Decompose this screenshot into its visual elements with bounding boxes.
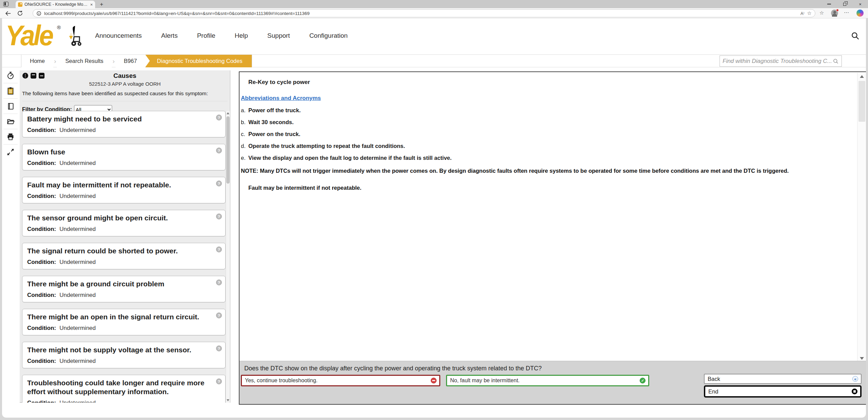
profile-avatar[interactable]: [831, 10, 838, 17]
cause-card[interactable]: Battery might need to be serviced ? Cond…: [22, 111, 226, 137]
cause-card[interactable]: The signal return could be shorted to po…: [22, 243, 226, 269]
rail-divider: [3, 129, 18, 129]
breadcrumb: Home › Search Results › B967 Diagnostic …: [21, 55, 252, 67]
stop-icon: [852, 389, 857, 394]
favorites-bar-icon[interactable]: ☆: [819, 10, 824, 16]
cause-card[interactable]: Blown fuse ? Condition:Undetermined: [22, 144, 226, 170]
refresh-icon[interactable]: [16, 10, 24, 17]
cause-card[interactable]: There might be an open in the signal ret…: [22, 309, 226, 335]
causes-panel: ⋮ Causes 522512-3 APP A voltage OORH The…: [20, 70, 230, 403]
help-icon[interactable]: ?: [216, 346, 222, 351]
cause-title: Troubleshooting could take longer and re…: [27, 379, 212, 396]
document-scrollbar[interactable]: [857, 73, 866, 362]
help-icon[interactable]: ?: [216, 247, 222, 252]
tab-actions-icon[interactable]: [3, 2, 8, 6]
answer-yes-button[interactable]: Yes, continue troubleshooting.: [241, 375, 440, 386]
crumb-search-results[interactable]: Search Results: [57, 55, 112, 67]
nav-alerts[interactable]: Alerts: [161, 32, 178, 39]
find-within-box[interactable]: [720, 55, 842, 67]
browser-titlebar: ONeSOURCE - Knowledge Model × + ×: [0, 0, 868, 8]
procedure-step: d. Operate the truck attempting to repea…: [241, 142, 853, 149]
app-card: Yale ® Announcements Alerts Profile Help…: [2, 18, 866, 418]
deny-icon: [431, 378, 437, 384]
copilot-icon[interactable]: [856, 10, 864, 17]
condition-row: Condition:Undetermined: [27, 160, 212, 167]
help-icon[interactable]: ?: [216, 379, 222, 384]
rail-divider: [3, 98, 18, 99]
procedure-step: e. View the display and open the fault l…: [241, 154, 853, 161]
registered-mark: ®: [57, 24, 61, 30]
forklift-icon: [61, 24, 83, 48]
find-within-input[interactable]: [723, 58, 833, 65]
url-input[interactable]: [44, 11, 798, 16]
tool-rail: [2, 70, 19, 405]
printer-icon[interactable]: [2, 132, 19, 142]
panel-window-icon[interactable]: [31, 73, 36, 79]
back-icon[interactable]: [4, 10, 12, 17]
help-icon[interactable]: ?: [216, 181, 222, 186]
question-bar: Does the DTC show on the display after c…: [240, 361, 866, 404]
help-icon[interactable]: ?: [216, 313, 222, 318]
browser-tab[interactable]: ONeSOURCE - Knowledge Model ×: [16, 1, 95, 8]
global-search-icon[interactable]: [851, 31, 860, 41]
collapse-panel-icon[interactable]: [39, 73, 45, 79]
window-close-button[interactable]: ×: [852, 0, 868, 8]
crumb-b967[interactable]: B967: [116, 55, 146, 67]
scroll-down-icon[interactable]: [227, 399, 229, 401]
screen: ONeSOURCE - Knowledge Model × + × A⁾ ☆ ☆…: [0, 0, 868, 420]
address-bar[interactable]: A⁾ ☆: [33, 9, 815, 17]
tab-close-icon[interactable]: ×: [90, 2, 93, 7]
cause-card[interactable]: The sensor ground might be open circuit.…: [22, 210, 226, 236]
rail-divider: [3, 144, 18, 145]
chevron-right-icon: ›: [112, 55, 115, 67]
cause-card[interactable]: There might be a ground circuit problem …: [22, 276, 226, 302]
scroll-up-icon[interactable]: [860, 75, 864, 78]
nav-support[interactable]: Support: [267, 32, 290, 39]
notification-dot: [836, 9, 839, 12]
cause-title: There might be a ground circuit problem: [27, 280, 212, 288]
window-restore-button[interactable]: [837, 0, 852, 8]
cause-card[interactable]: Troubleshooting could take longer and re…: [22, 375, 226, 403]
read-aloud-icon[interactable]: A⁾: [800, 11, 804, 16]
search-icon[interactable]: [833, 58, 839, 64]
crumb-home[interactable]: Home: [21, 55, 53, 67]
browser-menu-icon[interactable]: ⋯: [844, 10, 849, 16]
causes-scrollbar[interactable]: [226, 111, 230, 403]
condition-row: Condition:Undetermined: [27, 358, 212, 365]
check-icon: ✓: [640, 378, 645, 384]
stopwatch-icon[interactable]: [2, 70, 19, 81]
book-icon[interactable]: [2, 101, 19, 111]
nav-profile[interactable]: Profile: [197, 32, 215, 39]
condition-row: Condition:Undetermined: [27, 292, 212, 299]
scroll-down-icon[interactable]: [860, 357, 864, 360]
scroll-up-icon[interactable]: [227, 112, 229, 114]
info-icon[interactable]: ⋮: [22, 73, 28, 79]
help-icon[interactable]: ?: [216, 115, 222, 120]
cause-card[interactable]: There might not be supply voltage at the…: [22, 342, 226, 368]
expand-icon[interactable]: [2, 147, 19, 157]
cause-card[interactable]: Fault may be intermittent if not repeata…: [22, 177, 226, 203]
help-icon[interactable]: ?: [216, 148, 222, 153]
crumb-diagnostic-codes[interactable]: Diagnostic Troubleshooting Codes: [145, 55, 252, 67]
nav-announcements[interactable]: Announcements: [95, 32, 142, 39]
folder-icon[interactable]: [2, 116, 19, 127]
yale-logo[interactable]: Yale ®: [5, 22, 83, 48]
window-minimize-button[interactable]: [821, 0, 837, 8]
new-tab-button[interactable]: +: [100, 1, 103, 8]
scroll-thumb[interactable]: [226, 116, 230, 184]
back-button[interactable]: Back «: [704, 374, 862, 384]
footnote-text: Fault may be intermittent if not repeata…: [248, 185, 853, 191]
clipboard-icon[interactable]: [2, 86, 19, 96]
scroll-thumb[interactable]: [858, 81, 865, 122]
help-icon[interactable]: ?: [216, 214, 222, 219]
answer-no-button[interactable]: No, fault may be intermittent. ✓: [446, 375, 649, 386]
help-icon[interactable]: ?: [216, 280, 222, 285]
cause-title: There might not be supply voltage at the…: [27, 346, 212, 354]
abbreviations-link[interactable]: Abbreviations and Acronyms: [241, 95, 321, 102]
favorite-star-icon[interactable]: ☆: [807, 10, 812, 16]
end-button[interactable]: End: [704, 385, 862, 398]
site-info-icon[interactable]: [36, 11, 41, 16]
logo-text: Yale: [5, 22, 52, 48]
nav-help[interactable]: Help: [235, 32, 248, 39]
nav-configuration[interactable]: Configuration: [309, 32, 348, 39]
